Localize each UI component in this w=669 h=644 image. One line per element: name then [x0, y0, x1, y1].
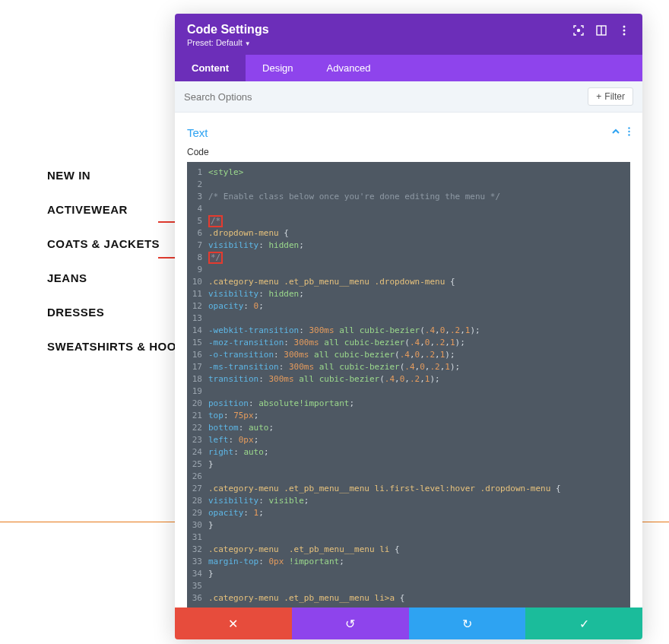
- line-number: 19: [187, 385, 208, 398]
- undo-button[interactable]: ↺: [292, 608, 409, 639]
- code-line[interactable]: 19: [187, 385, 630, 398]
- line-number: 29: [187, 507, 208, 519]
- tab-design[interactable]: Design: [246, 55, 309, 81]
- preset-dropdown[interactable]: Preset: Default▼: [187, 38, 269, 47]
- code-line[interactable]: 34}: [187, 568, 630, 580]
- columns-icon[interactable]: [595, 24, 607, 36]
- line-number: 36: [187, 592, 208, 604]
- line-content: right: auto;: [208, 446, 630, 458]
- search-input[interactable]: [184, 91, 454, 103]
- line-content: <style>: [208, 167, 630, 179]
- code-line[interactable]: 12opacity: 0;: [187, 300, 630, 312]
- code-line[interactable]: 29opacity: 1;: [187, 507, 630, 519]
- code-line[interactable]: 15-moz-transition: 300ms all cubic-bezie…: [187, 337, 630, 349]
- code-line[interactable]: 9: [187, 264, 630, 276]
- code-line[interactable]: 7visibility: hidden;: [187, 240, 630, 252]
- modal-title: Code Settings: [187, 23, 269, 36]
- line-content: position: absolute!important;: [208, 398, 630, 410]
- sidebar-item[interactable]: COATS & JACKETS: [47, 237, 169, 250]
- tab-bar: Content Design Advanced: [175, 55, 642, 81]
- line-content: opacity: 0;: [208, 300, 630, 312]
- close-icon: ✕: [228, 617, 238, 631]
- sidebar-item[interactable]: JEANS: [47, 271, 169, 284]
- code-line[interactable]: 1<style>: [187, 167, 630, 179]
- line-content: [208, 312, 630, 325]
- filter-button[interactable]: + Filter: [588, 87, 633, 106]
- svg-point-9: [623, 33, 626, 36]
- line-content: visibility: hidden;: [208, 240, 630, 252]
- section-title: Text: [187, 126, 208, 139]
- redo-button[interactable]: ↻: [409, 608, 526, 639]
- code-editor[interactable]: 1<style>23/* Enable class below once you…: [187, 162, 630, 608]
- line-number: 32: [187, 544, 208, 556]
- code-line[interactable]: 4: [187, 203, 630, 215]
- line-content: /*: [208, 215, 630, 227]
- code-line[interactable]: 5/*: [187, 215, 630, 227]
- code-line[interactable]: 31: [187, 531, 630, 544]
- code-line[interactable]: 32.category-menu .et_pb_menu__menu li {: [187, 544, 630, 556]
- tab-advanced[interactable]: Advanced: [310, 55, 388, 81]
- sidebar-item[interactable]: NEW IN: [47, 169, 169, 182]
- search-row: + Filter: [175, 81, 642, 113]
- line-content: [208, 203, 630, 215]
- line-content: -moz-transition: 300ms all cubic-bezier(…: [208, 337, 630, 349]
- line-number: 25: [187, 458, 208, 471]
- line-number: 27: [187, 483, 208, 495]
- code-line[interactable]: 24right: auto;: [187, 446, 630, 458]
- code-line[interactable]: 20position: absolute!important;: [187, 398, 630, 410]
- line-number: 21: [187, 410, 208, 422]
- more-icon[interactable]: [618, 24, 630, 36]
- code-line[interactable]: 21top: 75px;: [187, 410, 630, 422]
- tab-content[interactable]: Content: [175, 55, 246, 81]
- code-line[interactable]: 33margin-top: 0px !important;: [187, 556, 630, 568]
- code-line[interactable]: 8*/: [187, 252, 630, 264]
- confirm-button[interactable]: ✓: [525, 608, 642, 639]
- sidebar-item[interactable]: ACTIVEWEAR: [47, 203, 169, 216]
- code-line[interactable]: 18transition: 300ms all cubic-bezier(.4,…: [187, 373, 630, 385]
- svg-point-4: [578, 30, 580, 32]
- code-line[interactable]: 30}: [187, 519, 630, 531]
- code-line[interactable]: 22bottom: auto;: [187, 422, 630, 434]
- undo-icon: ↺: [345, 617, 355, 631]
- line-number: 34: [187, 568, 208, 580]
- highlight-box: /*: [208, 215, 223, 227]
- code-line[interactable]: 6.dropdown-menu {: [187, 227, 630, 240]
- code-line[interactable]: 35: [187, 580, 630, 592]
- cancel-button[interactable]: ✕: [175, 608, 292, 639]
- line-number: 9: [187, 264, 208, 276]
- more-icon[interactable]: [628, 127, 630, 138]
- line-number: 23: [187, 434, 208, 446]
- code-line[interactable]: 10.category-menu .et_pb_menu__menu .drop…: [187, 276, 630, 288]
- code-line[interactable]: 2: [187, 179, 630, 191]
- line-content: [208, 385, 630, 398]
- svg-point-12: [628, 134, 629, 135]
- line-content: .category-menu .et_pb_menu__menu .dropdo…: [208, 276, 630, 288]
- sidebar-item[interactable]: SWEATSHIRTS & HOODIE: [47, 340, 169, 353]
- code-line[interactable]: 14-webkit-transition: 300ms all cubic-be…: [187, 325, 630, 337]
- code-line[interactable]: 11visibility: hidden;: [187, 288, 630, 300]
- focus-icon[interactable]: [572, 24, 585, 36]
- code-line[interactable]: 27.category-menu .et_pb_menu__menu li.fi…: [187, 483, 630, 495]
- line-content: left: 0px;: [208, 434, 630, 446]
- line-number: 35: [187, 580, 208, 592]
- code-line[interactable]: 26: [187, 471, 630, 483]
- footer-actions: ✕ ↺ ↻ ✓: [175, 608, 642, 639]
- code-line[interactable]: 16-o-transition: 300ms all cubic-bezier(…: [187, 349, 630, 361]
- sidebar-item[interactable]: DRESSES: [47, 306, 169, 319]
- line-number: 11: [187, 288, 208, 300]
- code-line[interactable]: 3/* Enable class below once you're done …: [187, 191, 630, 203]
- code-line[interactable]: 36.category-menu .et_pb_menu__menu li>a …: [187, 592, 630, 604]
- code-line[interactable]: 28visibility: visible;: [187, 495, 630, 507]
- line-number: 28: [187, 495, 208, 507]
- line-content: /* Enable class below once you're done e…: [208, 191, 630, 203]
- collapse-icon[interactable]: [611, 127, 620, 138]
- code-line[interactable]: 13: [187, 312, 630, 325]
- code-line[interactable]: 23left: 0px;: [187, 434, 630, 446]
- line-number: 33: [187, 556, 208, 568]
- code-line[interactable]: 25}: [187, 458, 630, 471]
- line-content: top: 75px;: [208, 410, 630, 422]
- line-number: 12: [187, 300, 208, 312]
- code-line[interactable]: 17-ms-transition: 300ms all cubic-bezier…: [187, 361, 630, 373]
- highlight-box: */: [208, 252, 223, 264]
- svg-point-11: [628, 131, 629, 132]
